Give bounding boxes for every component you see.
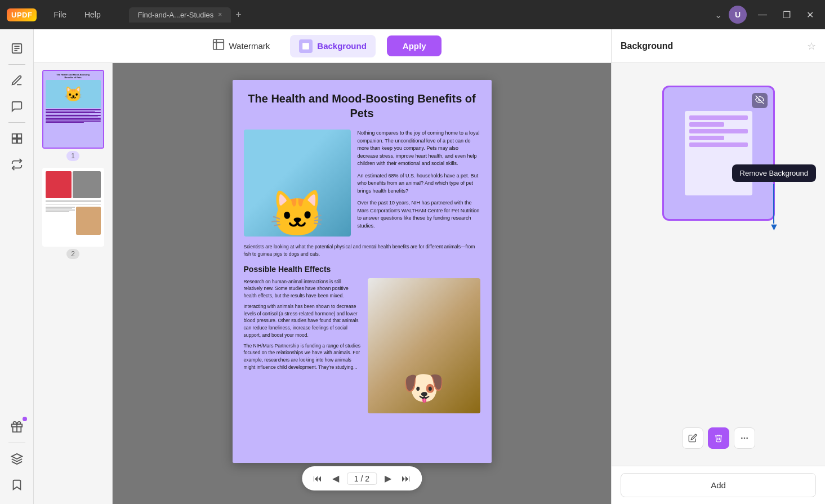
- organize-icon[interactable]: [5, 126, 29, 151]
- divider-1: [8, 64, 25, 65]
- document-title: The Health and Mood-Boosting Benefits of…: [244, 91, 480, 121]
- page-navigation: ⏮ ◀ 1 / 2 ▶ ⏭: [302, 466, 422, 490]
- thumbnail-page-2[interactable]: 2: [38, 168, 108, 259]
- thumbnail-inner-2: [43, 169, 103, 246]
- remove-background-tooltip: Remove Background: [732, 164, 816, 182]
- dropdown-button[interactable]: ⌄: [715, 10, 722, 20]
- watermark-label: Watermark: [229, 41, 270, 51]
- card-line-2: [689, 122, 724, 127]
- add-button-container: Add: [612, 466, 825, 504]
- svg-point-17: [746, 438, 748, 439]
- section-p3: The NIH/Mars Partnership is funding a ra…: [244, 342, 361, 371]
- right-panel: Background ☆: [611, 29, 825, 504]
- watermark-button[interactable]: Watermark: [203, 34, 279, 58]
- maximize-button[interactable]: ❐: [778, 7, 795, 23]
- divider-2: [8, 122, 25, 123]
- svg-point-15: [741, 438, 743, 439]
- paragraph-2: An estimated 68% of U.S. households have…: [358, 172, 480, 195]
- thumbnail-frame-2: [42, 168, 104, 247]
- edit-pen-icon[interactable]: [5, 68, 29, 93]
- card-line-4: [689, 136, 724, 140]
- bottom-text: Scientists are looking at what the poten…: [244, 243, 480, 258]
- card-line-5: [689, 142, 748, 147]
- app-logo: UPDF: [7, 8, 37, 21]
- remove-background-button[interactable]: [708, 427, 729, 449]
- first-page-button[interactable]: ⏮: [311, 471, 324, 486]
- doc-text-col: Research on human-animal interactions is…: [244, 278, 361, 413]
- file-menu[interactable]: File: [46, 7, 74, 23]
- apply-button[interactable]: Apply: [387, 35, 442, 56]
- page-separator: /: [361, 474, 363, 483]
- doc-row-2: Research on human-animal interactions is…: [244, 278, 480, 413]
- last-page-button[interactable]: ⏭: [399, 471, 413, 486]
- thumbnail-page-1[interactable]: The Health and Mood-BoostingBenefits of …: [38, 70, 108, 161]
- total-pages: 2: [365, 474, 369, 483]
- bookmark-icon[interactable]: [5, 472, 29, 497]
- document-scroll-area[interactable]: The Health and Mood-Boosting Benefits of…: [113, 63, 611, 504]
- prev-page-button[interactable]: ◀: [330, 471, 341, 486]
- tab-title: Find-and-A...er-Studies: [138, 11, 213, 19]
- paragraph-3: Over the past 10 years, NIH has partnere…: [358, 199, 480, 230]
- thumb-title-1: The Health and Mood-BoostingBenefits of …: [46, 73, 101, 79]
- section-title: Possible Health Effects: [244, 265, 480, 274]
- svg-rect-5: [17, 134, 21, 138]
- page-indicator: 1 / 2: [347, 472, 377, 485]
- svg-rect-4: [12, 134, 16, 138]
- help-menu[interactable]: Help: [77, 7, 109, 23]
- svg-marker-9: [11, 454, 21, 459]
- tab-close-button[interactable]: ×: [218, 11, 222, 19]
- background-button[interactable]: Background: [290, 35, 376, 57]
- current-page: 1: [354, 474, 359, 483]
- svg-rect-7: [17, 139, 21, 143]
- minimize-button[interactable]: —: [753, 7, 772, 22]
- titlebar: UPDF File Help Find-and-A...er-Studies ×…: [0, 0, 825, 29]
- right-content: Remove Background ▼: [612, 63, 825, 466]
- titlebar-controls: ⌄ U — ❐ ✕: [715, 6, 818, 24]
- doc-row-1: 🐱 Nothing compares to the joy of coming …: [244, 130, 480, 237]
- edit-background-button[interactable]: [682, 427, 703, 449]
- section-p1: Research on human-animal interactions is…: [244, 278, 361, 300]
- thumbnail-panel: The Health and Mood-BoostingBenefits of …: [34, 63, 113, 504]
- reader-icon[interactable]: [5, 36, 29, 61]
- gift-icon[interactable]: [5, 414, 29, 439]
- card-line-1: [689, 115, 748, 120]
- right-toolbar: Background ☆: [612, 29, 825, 63]
- document-page: The Health and Mood-Boosting Benefits of…: [233, 80, 492, 463]
- thumbnail-frame-1: The Health and Mood-BoostingBenefits of …: [42, 70, 104, 149]
- next-page-button[interactable]: ▶: [382, 471, 394, 486]
- center-area: Watermark Background Apply The Health an…: [34, 29, 611, 504]
- cat-emoji: 🐱: [269, 191, 325, 237]
- document-tab[interactable]: Find-and-A...er-Studies ×: [129, 7, 231, 23]
- svg-point-16: [743, 438, 745, 439]
- left-sidebar: [0, 29, 34, 504]
- app-wrapper: Watermark Background Apply The Health an…: [0, 29, 825, 504]
- tooltip-container: Remove Background ▼: [732, 164, 816, 233]
- convert-icon[interactable]: [5, 152, 29, 177]
- comment-icon[interactable]: [5, 94, 29, 119]
- notification-badge: [23, 417, 27, 421]
- background-label: Background: [317, 41, 367, 51]
- watermark-icon: [212, 38, 225, 53]
- svg-rect-10: [213, 39, 223, 50]
- paragraph-1: Nothing compares to the joy of coming ho…: [358, 130, 480, 168]
- dog-image: 🐶: [368, 278, 480, 413]
- thumbnail-inner-1: The Health and Mood-BoostingBenefits of …: [43, 71, 103, 148]
- doc-text-1: Nothing compares to the joy of coming ho…: [358, 130, 480, 237]
- menu-bar: File Help: [46, 7, 108, 23]
- favorite-button[interactable]: ☆: [807, 40, 816, 52]
- background-icon: [299, 39, 313, 53]
- divider-3: [8, 443, 25, 443]
- center-toolbar: Watermark Background Apply: [34, 29, 611, 63]
- tab-bar: Find-and-A...er-Studies × +: [129, 7, 706, 23]
- user-avatar[interactable]: U: [729, 6, 747, 24]
- svg-rect-13: [302, 43, 309, 50]
- more-options-button[interactable]: [734, 427, 755, 449]
- layers-icon[interactable]: [5, 447, 29, 471]
- close-button[interactable]: ✕: [802, 7, 818, 23]
- add-background-button[interactable]: Add: [621, 473, 816, 497]
- hide-background-button[interactable]: [752, 93, 768, 108]
- cat-image: 🐱: [244, 130, 351, 237]
- page-num-2: 2: [66, 249, 79, 259]
- svg-rect-6: [12, 139, 16, 143]
- new-tab-button[interactable]: +: [235, 9, 242, 21]
